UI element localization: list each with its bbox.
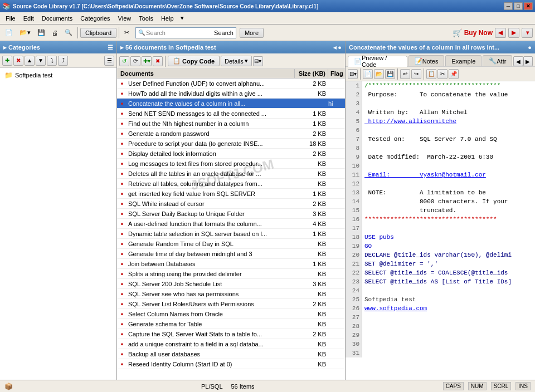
code-tab-prev[interactable]: ◀ [513, 56, 523, 66]
doc-row[interactable]: ● SQL While instead of cursor 2 KB [117, 199, 345, 209]
doc-row[interactable]: ● Join between Databases 1 KB [117, 259, 345, 269]
doc-type-icon: ● [117, 181, 127, 187]
doc-row[interactable]: ● HowTo add all the individual digits wi… [117, 89, 345, 99]
delete-category-button[interactable]: ✖ [13, 56, 23, 66]
menu-categories[interactable]: Categories [77, 14, 113, 23]
panel-close-icon[interactable]: ● [338, 44, 342, 51]
tab-attr[interactable]: 🔧 Attr [483, 55, 512, 66]
line-content: /************************************ [362, 81, 500, 90]
doc-row[interactable]: ● SQL Server Daily Backup to Unique Fold… [117, 209, 345, 219]
code-view-btn[interactable]: ⊟▾ [348, 69, 358, 79]
menu-view[interactable]: View [115, 14, 135, 23]
minimize-button[interactable]: ─ [504, 2, 513, 10]
doc-row[interactable]: ● Splits a string using the provided del… [117, 269, 345, 279]
open-button[interactable]: 📂▾ [17, 27, 33, 39]
doc-row[interactable]: ● Find out the Nth highest number in a c… [117, 119, 345, 129]
doc-row[interactable]: ● Retrieve all tables, columns and datat… [117, 179, 345, 189]
doc-row[interactable]: ● Reseed Identity Column (Start ID at 0)… [117, 359, 345, 369]
delete-doc-button[interactable]: ✖ [153, 56, 163, 66]
tab-notes[interactable]: 📝 Notes [408, 55, 445, 66]
view-toggle-button[interactable]: ⊟▾ [253, 56, 263, 66]
doc-type-icon: ● [117, 101, 127, 106]
up-category-button[interactable]: ▲ [25, 56, 35, 66]
categories-menu-icon[interactable]: ☰ [108, 44, 113, 51]
tab-example[interactable]: Example [445, 55, 481, 66]
search-box: 🔍 Search [135, 27, 236, 38]
code-tab-next[interactable]: ▶ [523, 56, 533, 66]
doc-row[interactable]: ● User Defined Function (UDF) to convert… [117, 79, 345, 89]
print-button[interactable]: 🖨 [49, 27, 61, 39]
doc-size: 1 KB [295, 230, 328, 238]
buy-now-label[interactable]: Buy Now [464, 29, 493, 37]
nav-forward-button[interactable]: ▶ [508, 28, 519, 38]
sync-button[interactable]: ⟳ [130, 56, 140, 66]
doc-row[interactable]: ● Display detailed lock information 2 KB [117, 149, 345, 159]
categories-panel: ▸ Categories ☰ ✚ ✖ ▲ ▼ ⤵ ⤴ ☰ 📁 Softpedia… [0, 41, 117, 380]
close-button[interactable]: ✕ [524, 2, 533, 10]
doc-row[interactable]: ● Generate a random password 2 KB [117, 129, 345, 139]
line-content [362, 144, 364, 153]
menu-documents[interactable]: Documents [38, 14, 76, 23]
preview-button[interactable]: 🔍 [62, 27, 75, 39]
add-category-button[interactable]: ✚ [2, 56, 12, 66]
doc-row[interactable]: ● SQL Server see who has sa permissions … [117, 289, 345, 299]
doc-row[interactable]: ● Generate time of day between midnight … [117, 249, 345, 259]
doc-type-icon: ● [117, 281, 127, 287]
nav-menu-button[interactable]: ▾ [522, 28, 533, 38]
save-button[interactable]: 💾 [35, 27, 48, 39]
tab-preview-code[interactable]: 📄 Preview / Code [348, 56, 407, 67]
search-input[interactable] [146, 30, 213, 36]
line-number: 23 [346, 277, 362, 286]
doc-row[interactable]: ● Capture the SQL Server Wait Stats to a… [117, 329, 345, 339]
details-button[interactable]: Details ▾ [221, 56, 252, 66]
code-undo-btn[interactable]: ↩ [400, 69, 410, 79]
doc-row[interactable]: ● SQL Server 200 Job Schedule List 3 KB [117, 279, 345, 289]
code-redo-btn[interactable]: ↪ [411, 69, 421, 79]
code-cut-btn[interactable]: ✂ [437, 69, 448, 79]
copy-code-button[interactable]: 📋 Copy Code [168, 56, 220, 66]
code-open-btn[interactable]: 📂 [374, 69, 384, 79]
doc-row[interactable]: ● A user-defined function that formats t… [117, 219, 345, 229]
doc-table-header: Documents Size (KB) Flag [117, 69, 345, 79]
cut-button[interactable]: ✂ [121, 27, 132, 39]
doc-row[interactable]: ● Concatenate the values of a column in … [117, 99, 345, 109]
nav-back-button[interactable]: ◀ [495, 28, 506, 38]
line-content [362, 331, 364, 340]
doc-size: 1 KB [295, 120, 328, 128]
code-copy-btn[interactable]: 📋 [426, 69, 436, 79]
code-area[interactable]: 1/************************************2 … [346, 81, 535, 380]
menu-file[interactable]: File [2, 14, 19, 23]
doc-row[interactable]: ● Log messages to text files from stored… [117, 159, 345, 169]
doc-row[interactable]: ● Deletes all the tables in an oracle da… [117, 169, 345, 179]
add-doc-button[interactable]: ✚▾ [142, 56, 152, 66]
new-button[interactable]: 📄 [2, 27, 16, 39]
doc-row[interactable]: ● Procedure to script your data (to gene… [117, 139, 345, 149]
menu-tools[interactable]: Tools [135, 14, 157, 23]
doc-type-icon: ● [117, 301, 127, 307]
code-save-btn[interactable]: 💾 [385, 69, 395, 79]
doc-type-icon: ● [117, 121, 127, 126]
code-new-btn[interactable]: 📄 [363, 69, 373, 79]
doc-row[interactable]: ● Generate Random Time of Day in SQL KB [117, 239, 345, 249]
maximize-button[interactable]: □ [514, 2, 523, 10]
doc-row[interactable]: ● Select Column Names from Oracle KB [117, 309, 345, 319]
code-panel-close-icon[interactable]: ● [528, 44, 532, 51]
categories-menu-button[interactable]: ☰ [104, 56, 114, 66]
import-category-button[interactable]: ⤵ [47, 56, 57, 66]
code-paste-btn[interactable]: 📌 [449, 69, 459, 79]
menu-help[interactable]: Help [158, 14, 177, 23]
more-button[interactable]: More [240, 28, 264, 38]
doc-row[interactable]: ● add a unique constraint to a field in … [117, 339, 345, 349]
down-category-button[interactable]: ▼ [36, 56, 46, 66]
doc-row[interactable]: ● Backup all user databases KB [117, 349, 345, 359]
menu-edit[interactable]: Edit [20, 14, 37, 23]
doc-row[interactable]: ● Generate schema for Table KB [117, 319, 345, 329]
export-category-button[interactable]: ⤴ [58, 56, 68, 66]
refresh-button[interactable]: ↺ [119, 56, 129, 66]
doc-type-icon: ● [117, 141, 127, 146]
tree-item-softpedia[interactable]: 📁 Softpedia test [2, 70, 114, 80]
doc-row[interactable]: ● Send NET SEND messages to all the conn… [117, 109, 345, 119]
doc-row[interactable]: ● Dynamic table selection in SQL server … [117, 229, 345, 239]
doc-row[interactable]: ● get inserted key field value from SQL … [117, 189, 345, 199]
doc-row[interactable]: ● SQL Server List Roles/Users with Permi… [117, 299, 345, 309]
